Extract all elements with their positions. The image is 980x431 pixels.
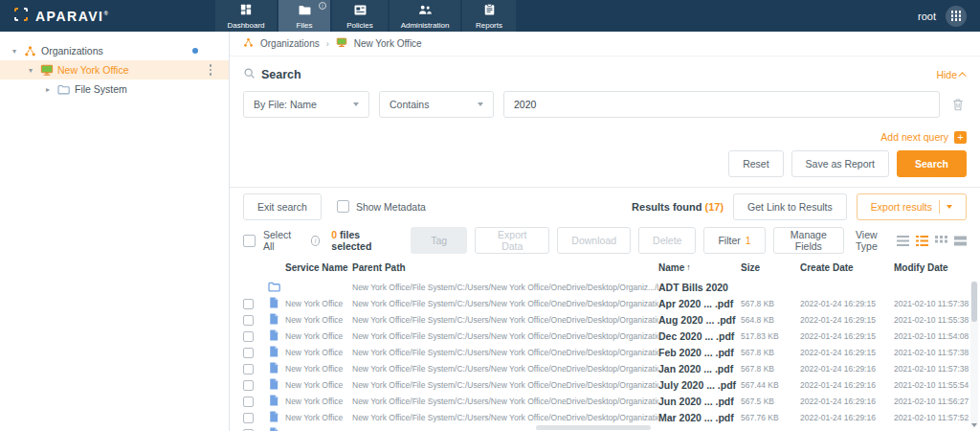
operator-dropdown[interactable]: Contains — [379, 91, 494, 118]
scrollbar-thumb[interactable] — [971, 282, 977, 322]
breadcrumb-organizations[interactable]: Organizations — [260, 38, 320, 49]
show-metadata-checkbox[interactable] — [337, 200, 349, 213]
table-row[interactable]: New York Office New York Office/File Sys… — [230, 311, 980, 328]
table-row[interactable]: New York Office New York Office/File Sys… — [230, 360, 980, 376]
table-row[interactable]: New York Office New York Office/File Sys… — [230, 409, 980, 425]
tab-reports[interactable]: Reports — [462, 0, 516, 32]
tab-dashboard[interactable]: Dashboard — [215, 0, 277, 32]
stack-view-icon[interactable] — [954, 236, 967, 246]
cell-name[interactable]: Mar 2020 ... .pdf — [658, 412, 741, 423]
export-results-button[interactable]: Export results — [857, 193, 967, 220]
row-checkbox[interactable] — [243, 380, 254, 391]
table-row[interactable]: New York Office/File System/C:/Users/New… — [230, 279, 980, 295]
table-row[interactable]: New York Office New York Office/File Sys… — [230, 376, 980, 393]
breadcrumb-new-york-office[interactable]: New York Office — [354, 38, 422, 49]
cell-name[interactable]: Apr 2020 ... .pdf — [658, 298, 741, 309]
search-button[interactable]: Search — [897, 150, 967, 177]
table-body: New York Office/File System/C:/Users/New… — [230, 279, 980, 431]
vertical-scrollbar[interactable] — [970, 281, 978, 427]
cell-modify-date: 2021-02-10 11:57:52 — [894, 413, 972, 422]
chevron-down-icon[interactable]: ▾ — [10, 47, 19, 56]
table-row[interactable]: New York Office New York Office/File Sys… — [230, 393, 980, 409]
dashboard-icon — [240, 2, 252, 19]
tag-button[interactable]: Tag — [411, 227, 467, 254]
reset-button[interactable]: Reset — [728, 150, 783, 177]
plus-icon[interactable]: + — [954, 131, 967, 144]
download-button[interactable]: Download — [557, 227, 631, 254]
results-count: (17) — [705, 201, 724, 213]
row-checkbox[interactable] — [243, 348, 254, 358]
table-row[interactable]: New York Office New York Office/File Sys… — [230, 295, 980, 311]
delete-query-button[interactable] — [949, 98, 967, 112]
table-row[interactable]: New York Office New York Office/File Sys… — [230, 344, 980, 360]
hide-search-link[interactable]: Hide — [936, 69, 967, 80]
field-dropdown-value: By File: Name — [254, 99, 317, 110]
row-checkbox[interactable] — [243, 397, 254, 407]
exit-search-button[interactable]: Exit search — [243, 193, 322, 220]
tree-item-new-york-office[interactable]: ▾ New York Office — [0, 60, 229, 79]
tree-item-organizations[interactable]: ▾ Organizations — [0, 41, 229, 60]
cell-modify-date: 2021-02-10 11:55:54 — [894, 380, 972, 390]
file-icon — [269, 376, 278, 394]
save-as-report-button[interactable]: Save as Report — [791, 150, 889, 177]
query-value-input[interactable] — [503, 91, 940, 118]
results-toolbar: Exit search Show Metadata Results found … — [230, 187, 980, 225]
folder-icon — [268, 279, 280, 296]
list-view-icon[interactable] — [897, 236, 909, 246]
user-name[interactable]: root — [918, 11, 936, 22]
tab-policies-label: Policies — [346, 21, 373, 30]
aparavi-app: APARAVI® Dashboard i Files Policies Admi… — [0, 0, 980, 431]
tab-administration[interactable]: Administration — [390, 0, 460, 32]
table-header: Service Name Parent Path Name↑ Size Crea… — [230, 256, 980, 279]
col-parent-path[interactable]: Parent Path — [352, 262, 658, 273]
cell-size: 567.8 KB — [741, 348, 800, 357]
tree-item-file-system[interactable]: ▸ File System — [0, 79, 229, 99]
col-service-name[interactable]: Service Name — [285, 262, 352, 273]
clipboard-icon — [484, 2, 495, 19]
detail-view-icon[interactable] — [916, 236, 928, 246]
status-dot — [192, 48, 198, 54]
col-size[interactable]: Size — [741, 262, 800, 273]
horizontal-scrollbar[interactable] — [536, 425, 651, 430]
cell-name[interactable]: July 2020 ... .pdf — [658, 379, 741, 391]
row-checkbox[interactable] — [243, 315, 254, 326]
add-next-query-link[interactable]: Add next query — [880, 131, 948, 143]
col-modify-date[interactable]: Modify Date — [894, 262, 972, 273]
select-all-checkbox[interactable] — [243, 235, 256, 247]
cell-size: 567.8 KB — [741, 299, 800, 308]
row-checkbox[interactable] — [243, 413, 254, 423]
kebab-menu-icon[interactable] — [210, 64, 212, 76]
delete-button[interactable]: Delete — [638, 227, 696, 254]
cell-name[interactable]: Dec 2020 ... .pdf — [658, 330, 741, 342]
organizations-icon — [23, 45, 37, 57]
tab-files[interactable]: i Files — [278, 0, 330, 32]
field-dropdown[interactable]: By File: Name — [243, 91, 369, 118]
cell-size: 567.8 KB — [741, 364, 800, 374]
grid-view-icon[interactable] — [935, 236, 947, 246]
chevron-up-icon — [958, 72, 966, 79]
info-icon[interactable]: i — [319, 2, 326, 10]
manage-fields-button[interactable]: Manage Fields — [773, 227, 844, 254]
cell-name[interactable]: Jan 2020 ... .pdf — [658, 363, 741, 374]
row-checkbox[interactable] — [243, 331, 254, 342]
cell-service-name: New York Office — [285, 397, 352, 406]
scroll-down-icon[interactable] — [971, 423, 977, 427]
chevron-down-icon[interactable]: ▾ — [26, 66, 35, 75]
cell-name[interactable]: Feb 2020 ... .pdf — [658, 347, 741, 358]
cell-parent-path: New York Office/File System/C:/Users/New… — [352, 380, 658, 390]
get-link-button[interactable]: Get Link to Results — [733, 193, 847, 220]
col-name[interactable]: Name↑ — [658, 262, 741, 273]
row-checkbox[interactable] — [243, 364, 254, 374]
cell-name[interactable]: Aug 2020 ... .pdf — [658, 314, 741, 326]
cell-name[interactable]: Jun 2020 ... .pdf — [658, 396, 741, 407]
table-row[interactable]: New York Office New York Office/File Sys… — [230, 328, 980, 344]
filter-button[interactable]: Filter 1 — [703, 227, 765, 254]
chevron-right-icon[interactable]: ▸ — [43, 85, 53, 94]
chevron-down-icon — [947, 205, 952, 209]
export-data-button[interactable]: Export Data — [475, 227, 549, 254]
apps-menu-button[interactable] — [946, 6, 967, 27]
tab-policies[interactable]: Policies — [332, 0, 388, 32]
col-create-date[interactable]: Create Date — [800, 262, 894, 273]
row-checkbox[interactable] — [243, 299, 254, 309]
cell-name[interactable]: ADT Bills 2020 — [658, 282, 741, 293]
